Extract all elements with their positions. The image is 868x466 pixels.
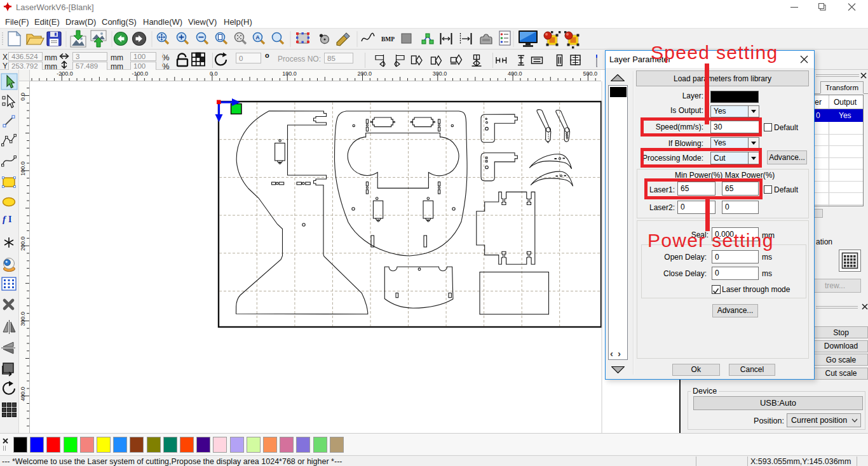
svg-text:0.0: 0.0	[210, 70, 218, 77]
svg-text:300.0: 300.0	[433, 70, 447, 77]
svg-text:500.0: 500.0	[583, 70, 597, 77]
svg-text:200.0: 200.0	[358, 70, 372, 77]
svg-text:BMP: BMP	[381, 36, 395, 43]
svg-text:0.0: 0.0	[20, 93, 26, 101]
svg-text:A: A	[255, 34, 260, 41]
svg-text:300.0: 300.0	[20, 312, 26, 326]
svg-text:100.0: 100.0	[282, 70, 297, 77]
svg-text:f: f	[3, 214, 7, 224]
svg-text:200.0: 200.0	[20, 237, 26, 251]
svg-text:-100.0: -100.0	[132, 70, 149, 77]
svg-text:100.0: 100.0	[20, 161, 26, 176]
svg-text:400.0: 400.0	[508, 70, 522, 77]
svg-text:I: I	[8, 215, 11, 224]
svg-text:400.0: 400.0	[20, 387, 26, 401]
svg-text:-200.0: -200.0	[57, 70, 73, 77]
